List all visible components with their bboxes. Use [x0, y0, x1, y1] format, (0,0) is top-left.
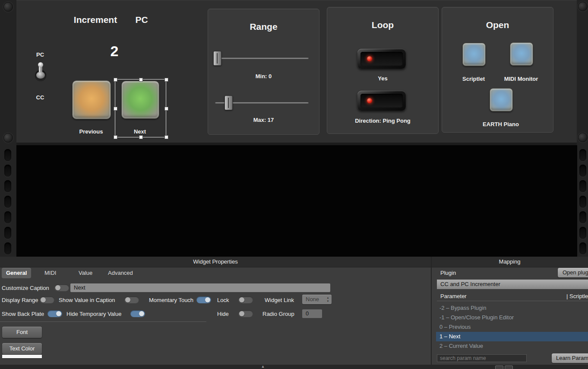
selection-handle[interactable]: [114, 135, 117, 139]
hide-temporary-value-toggle[interactable]: [130, 310, 145, 317]
customize-caption-toggle[interactable]: [54, 284, 69, 291]
toggle-switch-base: [36, 72, 45, 79]
rack-screw-icon: [3, 133, 13, 143]
range-title: Range: [208, 21, 319, 32]
rack-rail-slot: [4, 180, 11, 192]
plugin-selected-row[interactable]: CC and PC Incrementer: [437, 280, 588, 289]
loop-direction-switch[interactable]: [357, 91, 406, 111]
scriptlet-pad-button[interactable]: [462, 43, 486, 66]
red-led-icon: [367, 56, 372, 61]
widget-properties-title: Widget Properties: [193, 258, 237, 265]
selection-handle[interactable]: [139, 78, 143, 82]
range-panel: Range Min: 0 Max: 17: [208, 9, 319, 135]
min-slider-handle[interactable]: [213, 51, 221, 66]
parameter-label: Parameter: [440, 293, 467, 300]
parameter-row[interactable]: 1 – Next: [436, 332, 588, 341]
widget-link-value: None: [306, 295, 319, 304]
tab-general[interactable]: General: [2, 268, 31, 278]
hide-toggle[interactable]: [238, 310, 253, 317]
scriptlet-pad-label: Scriptlet: [452, 76, 495, 83]
open-plugin-button[interactable]: Open plugin: [558, 268, 588, 277]
previous-pad-button[interactable]: [72, 80, 111, 119]
loop-title: Loop: [327, 19, 438, 30]
increment-title: Increment: [63, 14, 128, 25]
max-slider-handle[interactable]: [224, 95, 233, 110]
rack-rail-slot: [579, 149, 586, 161]
selection-handle[interactable]: [164, 135, 168, 139]
increment-subtitle: PC: [130, 14, 154, 25]
parameter-row[interactable]: -2 – Bypass Plugin: [436, 303, 588, 313]
loop-panel: Loop Yes Direction: Ping Pong: [327, 7, 439, 134]
display-range-label: Display Range: [2, 297, 38, 304]
hide-temporary-value-label: Hide Temporary Value: [66, 311, 121, 318]
parameter-row[interactable]: 0 – Previous: [436, 322, 588, 332]
search-param-input[interactable]: [437, 354, 527, 362]
previous-pad-label: Previous: [72, 128, 110, 135]
rack-empty-area: [16, 145, 577, 257]
selection-handle[interactable]: [164, 107, 168, 111]
learn-parameter-button[interactable]: Learn Parameter: [552, 353, 588, 363]
text-color-button[interactable]: Text Color: [2, 343, 42, 354]
red-led-icon: [367, 98, 372, 103]
rack-rail-slot: [4, 196, 11, 208]
mapping-panel: Plugin Open plugin CC and PC Incrementer…: [432, 267, 588, 369]
momentary-touch-label: Momentary Touch: [149, 297, 193, 304]
show-value-in-caption-label: Show Value in Caption: [59, 297, 115, 304]
font-button[interactable]: Font: [2, 327, 42, 338]
text-color-swatch: [2, 355, 42, 358]
bottom-right-button[interactable]: [495, 366, 503, 369]
show-back-plate-toggle[interactable]: [47, 310, 62, 317]
midi-monitor-pad-button[interactable]: [510, 42, 533, 66]
caption-input[interactable]: [70, 283, 330, 292]
rack-rail-slot: [4, 242, 11, 254]
show-value-in-caption-toggle[interactable]: [124, 296, 139, 303]
rack-rail-slot: [4, 165, 11, 177]
earth-piano-pad-button[interactable]: [490, 88, 513, 111]
max-label: Max: 17: [208, 117, 319, 124]
loop-yes-label: Yes: [327, 75, 438, 82]
rack-rail-slot: [579, 227, 586, 239]
earth-piano-pad-label: EARTH Piano: [477, 121, 525, 128]
tab-midi[interactable]: MIDI: [40, 268, 60, 278]
switch-pc-label: PC: [27, 51, 53, 58]
pc-cc-toggle-switch[interactable]: [32, 61, 49, 86]
parameter-divider: [437, 301, 588, 301]
radio-group-label: Radio Group: [262, 311, 294, 318]
increment-value: 2: [93, 43, 136, 59]
rack-screw-icon: [578, 2, 588, 11]
open-title: Open: [442, 19, 553, 30]
selection-handle[interactable]: [139, 135, 143, 139]
bottom-right-button[interactable]: [505, 366, 513, 369]
parameter-header-right: | Scriptlet: [566, 293, 588, 300]
section-divider: [0, 321, 206, 322]
min-slider-track[interactable]: [215, 57, 309, 59]
lock-toggle[interactable]: [238, 296, 253, 303]
rack-rail-slot: [4, 211, 11, 223]
widget-properties-header: Widget Properties: [0, 257, 431, 267]
momentary-touch-toggle[interactable]: [196, 296, 211, 303]
switch-cc-label: CC: [27, 94, 53, 101]
rack-screw-icon: [3, 2, 13, 12]
tab-advanced[interactable]: Advanced: [104, 268, 137, 278]
show-back-plate-label: Show Back Plate: [2, 311, 44, 318]
rack-rail-slot: [4, 227, 11, 239]
mapping-title: Mapping: [499, 258, 521, 265]
display-range-toggle[interactable]: [40, 296, 54, 303]
radio-group-input[interactable]: [302, 309, 322, 318]
loop-yes-switch[interactable]: [357, 49, 406, 69]
parameter-row[interactable]: 2 – Current Value: [436, 341, 588, 351]
tab-value[interactable]: Value: [74, 268, 97, 278]
selection-box: [115, 79, 166, 137]
splitter-handle[interactable]: ▲: [257, 364, 269, 369]
plugin-label: Plugin: [440, 270, 456, 277]
selection-handle[interactable]: [114, 78, 117, 82]
parameter-row[interactable]: -1 – Open/Close Plugin Editor: [436, 313, 588, 322]
min-label: Min: 0: [208, 73, 319, 80]
widget-link-dropdown[interactable]: None ▲▼: [302, 295, 332, 304]
rack-rail-slot: [579, 242, 586, 254]
midi-monitor-pad-label: MIDI Monitor: [499, 76, 543, 83]
selection-handle[interactable]: [114, 107, 117, 111]
open-panel: Open Scriptlet MIDI Monitor EARTH Piano: [442, 7, 553, 133]
selection-handle[interactable]: [164, 78, 168, 82]
stepper-icon: ▲▼: [325, 296, 331, 303]
